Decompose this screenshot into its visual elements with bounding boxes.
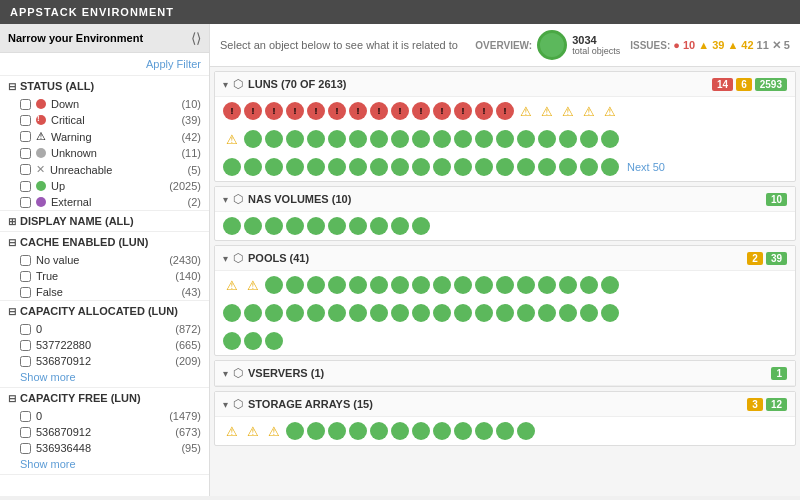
lun-up[interactable] (391, 158, 409, 176)
collapse-nas[interactable]: ▾ (223, 194, 228, 205)
pool-up[interactable] (580, 276, 598, 294)
lun-warning[interactable]: ⚠ (538, 102, 556, 120)
pool-up[interactable] (538, 276, 556, 294)
pool-up[interactable] (475, 276, 493, 294)
pool-up[interactable] (223, 332, 241, 350)
storage-warning[interactable]: ⚠ (223, 422, 241, 440)
filter-checkbox-unknown[interactable] (20, 148, 31, 159)
pool-up[interactable] (286, 304, 304, 322)
lun-up[interactable] (559, 130, 577, 148)
storage-warning[interactable]: ⚠ (244, 422, 262, 440)
lun-up[interactable] (370, 158, 388, 176)
pool-up[interactable] (559, 304, 577, 322)
pool-up[interactable] (328, 276, 346, 294)
lun-up[interactable] (349, 158, 367, 176)
pool-up[interactable] (265, 304, 283, 322)
lun-warning[interactable]: ⚠ (601, 102, 619, 120)
pool-up[interactable] (601, 276, 619, 294)
lun-up[interactable] (265, 130, 283, 148)
filter-checkbox-down[interactable] (20, 99, 31, 110)
lun-critical[interactable]: ! (433, 102, 451, 120)
lun-up[interactable] (580, 130, 598, 148)
lun-warning[interactable]: ⚠ (223, 130, 241, 148)
storage-up[interactable] (328, 422, 346, 440)
lun-up[interactable] (223, 158, 241, 176)
nas-up[interactable] (412, 217, 430, 235)
lun-up[interactable] (244, 130, 262, 148)
show-more-capacity-free[interactable]: Show more (0, 456, 209, 474)
pool-up[interactable] (265, 332, 283, 350)
collapse-pools[interactable]: ▾ (223, 253, 228, 264)
pool-up[interactable] (307, 276, 325, 294)
lun-up[interactable] (370, 130, 388, 148)
pool-up[interactable] (580, 304, 598, 322)
filter-checkbox-false[interactable] (20, 287, 31, 298)
filter-checkbox-cap-free-0[interactable] (20, 411, 31, 422)
filter-checkbox-true[interactable] (20, 271, 31, 282)
pool-up[interactable] (454, 276, 472, 294)
filter-checkbox-unreachable[interactable] (20, 164, 31, 175)
pool-up[interactable] (454, 304, 472, 322)
storage-up[interactable] (433, 422, 451, 440)
pool-up[interactable] (349, 276, 367, 294)
lun-up[interactable] (349, 130, 367, 148)
nas-up[interactable] (286, 217, 304, 235)
storage-up[interactable] (517, 422, 535, 440)
filter-checkbox-up[interactable] (20, 181, 31, 192)
lun-critical[interactable]: ! (307, 102, 325, 120)
pool-up[interactable] (475, 304, 493, 322)
lun-critical[interactable]: ! (412, 102, 430, 120)
lun-up[interactable] (496, 158, 514, 176)
apply-filter-btn[interactable]: Apply Filter (146, 58, 201, 70)
lun-critical[interactable]: ! (328, 102, 346, 120)
collapse-luns[interactable]: ▾ (223, 79, 228, 90)
filter-checkbox-cap-alloc-0[interactable] (20, 324, 31, 335)
lun-up[interactable] (328, 130, 346, 148)
lun-critical[interactable]: ! (265, 102, 283, 120)
lun-up[interactable] (517, 130, 535, 148)
lun-up[interactable] (601, 158, 619, 176)
storage-up[interactable] (370, 422, 388, 440)
lun-warning[interactable]: ⚠ (517, 102, 535, 120)
lun-up[interactable] (286, 158, 304, 176)
nas-up[interactable] (370, 217, 388, 235)
collapse-storage[interactable]: ▾ (223, 399, 228, 410)
lun-up[interactable] (412, 158, 430, 176)
lun-up[interactable] (538, 130, 556, 148)
lun-critical[interactable]: ! (244, 102, 262, 120)
storage-warning[interactable]: ⚠ (265, 422, 283, 440)
lun-up[interactable] (454, 158, 472, 176)
storage-up[interactable] (454, 422, 472, 440)
nas-up[interactable] (265, 217, 283, 235)
pool-up[interactable] (244, 304, 262, 322)
pool-up[interactable] (433, 304, 451, 322)
nas-up[interactable] (307, 217, 325, 235)
pool-up[interactable] (391, 276, 409, 294)
lun-up[interactable] (517, 158, 535, 176)
lun-critical[interactable]: ! (370, 102, 388, 120)
storage-up[interactable] (286, 422, 304, 440)
pool-up[interactable] (559, 276, 577, 294)
lun-critical[interactable]: ! (475, 102, 493, 120)
filter-checkbox-cap-alloc-2[interactable] (20, 356, 31, 367)
pool-up[interactable] (244, 332, 262, 350)
lun-up[interactable] (265, 158, 283, 176)
pool-up[interactable] (349, 304, 367, 322)
storage-up[interactable] (391, 422, 409, 440)
lun-critical[interactable]: ! (391, 102, 409, 120)
lun-up[interactable] (244, 158, 262, 176)
lun-up[interactable] (433, 130, 451, 148)
pool-up[interactable] (496, 276, 514, 294)
pool-up[interactable] (307, 304, 325, 322)
pool-up[interactable] (601, 304, 619, 322)
lun-up[interactable] (454, 130, 472, 148)
pool-up[interactable] (517, 276, 535, 294)
pool-up[interactable] (391, 304, 409, 322)
pool-up[interactable] (328, 304, 346, 322)
lun-up[interactable] (286, 130, 304, 148)
lun-up[interactable] (475, 130, 493, 148)
pool-up[interactable] (223, 304, 241, 322)
lun-warning[interactable]: ⚠ (559, 102, 577, 120)
storage-up[interactable] (412, 422, 430, 440)
lun-up[interactable] (559, 158, 577, 176)
